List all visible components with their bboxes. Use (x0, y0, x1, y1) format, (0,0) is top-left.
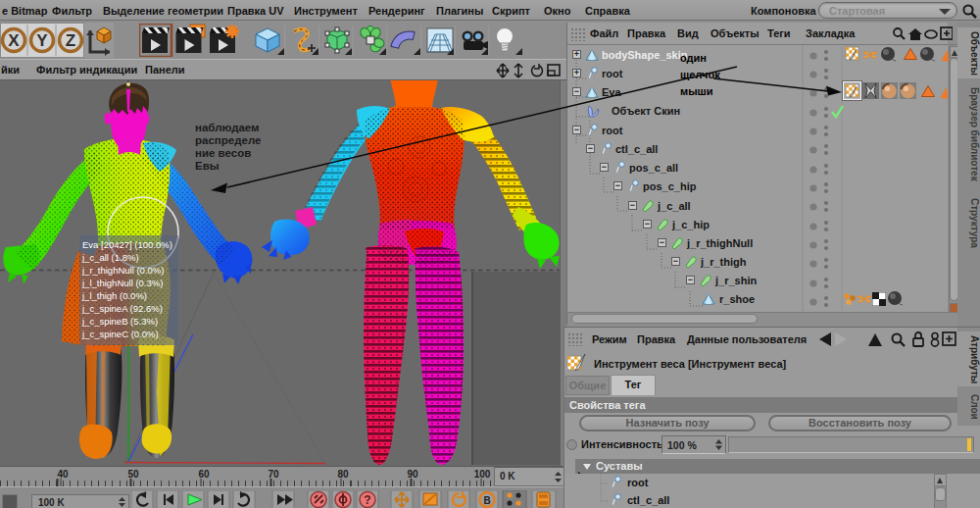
svg-text:Y: Y (36, 31, 48, 50)
svg-text:?: ? (364, 493, 370, 507)
svg-text:B: B (483, 495, 490, 506)
svg-text:X: X (8, 31, 20, 50)
svg-text:Z: Z (66, 31, 75, 50)
